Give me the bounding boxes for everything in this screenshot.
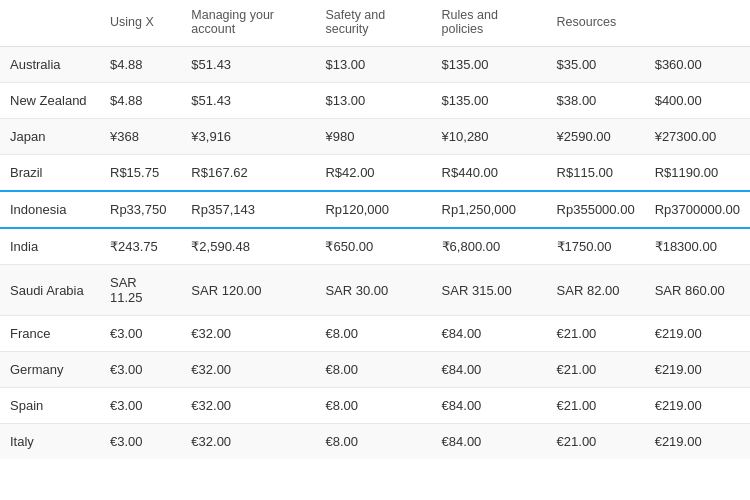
- cell-managing: €32.00: [181, 316, 315, 352]
- cell-resources: ₹18300.00: [645, 228, 750, 265]
- cell-country: India: [0, 228, 100, 265]
- cell-safety: SAR 30.00: [315, 265, 431, 316]
- cell-rules: ¥10,280: [432, 119, 547, 155]
- cell-policies: €21.00: [547, 316, 645, 352]
- table-row: New Zealand$4.88$51.43$13.00$135.00$38.0…: [0, 83, 750, 119]
- cell-managing: €32.00: [181, 424, 315, 460]
- cell-managing: €32.00: [181, 352, 315, 388]
- cell-using-x: R$15.75: [100, 155, 181, 192]
- cell-policies: €21.00: [547, 424, 645, 460]
- cell-using-x: SAR 11.25: [100, 265, 181, 316]
- cell-using-x: $4.88: [100, 47, 181, 83]
- cell-safety: €8.00: [315, 388, 431, 424]
- cell-managing: R$167.62: [181, 155, 315, 192]
- cell-rules: $135.00: [432, 47, 547, 83]
- cell-using-x: $4.88: [100, 83, 181, 119]
- cell-resources: €219.00: [645, 352, 750, 388]
- cell-policies: Rp355000.00: [547, 191, 645, 228]
- cell-rules: €84.00: [432, 316, 547, 352]
- cell-rules: R$440.00: [432, 155, 547, 192]
- cell-rules: €84.00: [432, 424, 547, 460]
- cell-resources: $360.00: [645, 47, 750, 83]
- table-row: Japan¥368¥3,916¥980¥10,280¥2590.00¥27300…: [0, 119, 750, 155]
- cell-resources: €219.00: [645, 388, 750, 424]
- header-using-x: Using X: [100, 0, 181, 47]
- cell-managing: ¥3,916: [181, 119, 315, 155]
- table-row: India₹243.75₹2,590.48₹650.00₹6,800.00₹17…: [0, 228, 750, 265]
- cell-rules: SAR 315.00: [432, 265, 547, 316]
- cell-policies: €21.00: [547, 352, 645, 388]
- cell-safety: $13.00: [315, 83, 431, 119]
- cell-managing: SAR 120.00: [181, 265, 315, 316]
- cell-using-x: €3.00: [100, 316, 181, 352]
- cell-policies: ₹1750.00: [547, 228, 645, 265]
- cell-policies: $35.00: [547, 47, 645, 83]
- table-row: Spain€3.00€32.00€8.00€84.00€21.00€219.00: [0, 388, 750, 424]
- cell-policies: SAR 82.00: [547, 265, 645, 316]
- cell-resources: R$1190.00: [645, 155, 750, 192]
- cell-country: Brazil: [0, 155, 100, 192]
- cell-using-x: €3.00: [100, 424, 181, 460]
- cell-using-x: Rp33,750: [100, 191, 181, 228]
- cell-using-x: €3.00: [100, 352, 181, 388]
- cell-managing: Rp357,143: [181, 191, 315, 228]
- cell-country: Japan: [0, 119, 100, 155]
- cell-resources: $400.00: [645, 83, 750, 119]
- table-row: IndonesiaRp33,750Rp357,143Rp120,000Rp1,2…: [0, 191, 750, 228]
- cell-safety: ₹650.00: [315, 228, 431, 265]
- cell-managing: $51.43: [181, 47, 315, 83]
- cell-managing: €32.00: [181, 388, 315, 424]
- header-rules: Rules and policies: [432, 0, 547, 47]
- cell-safety: $13.00: [315, 47, 431, 83]
- cell-using-x: €3.00: [100, 388, 181, 424]
- cell-safety: €8.00: [315, 424, 431, 460]
- table-row: BrazilR$15.75R$167.62R$42.00R$440.00R$11…: [0, 155, 750, 192]
- cell-country: New Zealand: [0, 83, 100, 119]
- table-row: Germany€3.00€32.00€8.00€84.00€21.00€219.…: [0, 352, 750, 388]
- cell-country: Germany: [0, 352, 100, 388]
- cell-safety: ¥980: [315, 119, 431, 155]
- cell-country: Saudi Arabia: [0, 265, 100, 316]
- cell-country: Italy: [0, 424, 100, 460]
- table-row: France€3.00€32.00€8.00€84.00€21.00€219.0…: [0, 316, 750, 352]
- cell-policies: €21.00: [547, 388, 645, 424]
- pricing-table: Using X Managing your account Safety and…: [0, 0, 750, 459]
- cell-using-x: ¥368: [100, 119, 181, 155]
- cell-rules: Rp1,250,000: [432, 191, 547, 228]
- cell-country: France: [0, 316, 100, 352]
- cell-rules: $135.00: [432, 83, 547, 119]
- cell-policies: R$115.00: [547, 155, 645, 192]
- cell-using-x: ₹243.75: [100, 228, 181, 265]
- cell-resources: €219.00: [645, 316, 750, 352]
- cell-safety: Rp120,000: [315, 191, 431, 228]
- cell-rules: ₹6,800.00: [432, 228, 547, 265]
- cell-managing: ₹2,590.48: [181, 228, 315, 265]
- header-resources: Resources: [547, 0, 645, 47]
- table-row: Saudi ArabiaSAR 11.25SAR 120.00SAR 30.00…: [0, 265, 750, 316]
- cell-managing: $51.43: [181, 83, 315, 119]
- cell-rules: €84.00: [432, 388, 547, 424]
- table-row: Australia$4.88$51.43$13.00$135.00$35.00$…: [0, 47, 750, 83]
- cell-country: Indonesia: [0, 191, 100, 228]
- cell-resources: €219.00: [645, 424, 750, 460]
- table-header: Using X Managing your account Safety and…: [0, 0, 750, 47]
- cell-resources: SAR 860.00: [645, 265, 750, 316]
- header-safety: Safety and security: [315, 0, 431, 47]
- header-managing: Managing your account: [181, 0, 315, 47]
- cell-country: Spain: [0, 388, 100, 424]
- table-row: Italy€3.00€32.00€8.00€84.00€21.00€219.00: [0, 424, 750, 460]
- cell-policies: ¥2590.00: [547, 119, 645, 155]
- cell-safety: €8.00: [315, 352, 431, 388]
- cell-safety: R$42.00: [315, 155, 431, 192]
- cell-safety: €8.00: [315, 316, 431, 352]
- cell-resources: Rp3700000.00: [645, 191, 750, 228]
- cell-policies: $38.00: [547, 83, 645, 119]
- cell-country: Australia: [0, 47, 100, 83]
- cell-resources: ¥27300.00: [645, 119, 750, 155]
- cell-rules: €84.00: [432, 352, 547, 388]
- header-country: [0, 0, 100, 47]
